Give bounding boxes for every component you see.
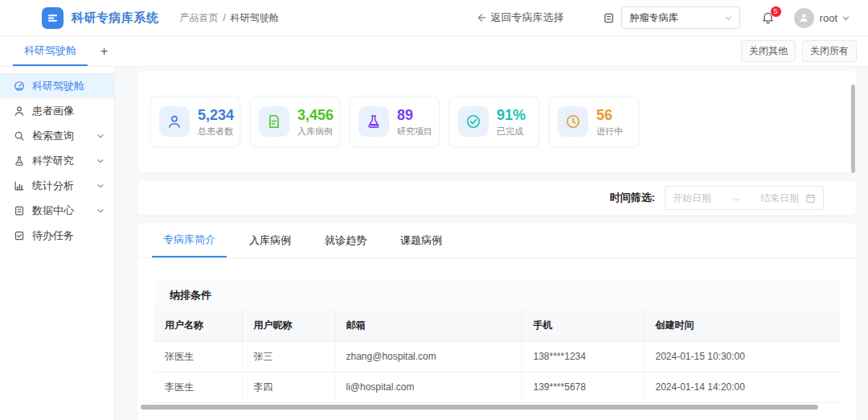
app-logo-icon xyxy=(42,7,63,29)
cell-email: zhang@hospital.com xyxy=(334,341,522,372)
column-header-username: 用户名称 xyxy=(154,311,242,341)
library-select-value: 肿瘤专病库 xyxy=(630,11,724,25)
calendar-icon xyxy=(805,193,816,204)
start-date-placeholder[interactable]: 开始日期 xyxy=(673,191,711,205)
database-icon xyxy=(14,205,25,216)
sidebar-item-data-center[interactable]: 数据中心 xyxy=(0,198,114,223)
library-select[interactable]: 肿瘤专病库 xyxy=(621,6,740,29)
stat-card-stored-cases: 3,456 入库病例 xyxy=(250,96,340,147)
cell-username: 李医生 xyxy=(154,372,242,402)
back-link-label: 返回专病库选择 xyxy=(491,10,564,25)
time-filter-label: 时间筛选: xyxy=(610,191,655,205)
stat-text: 89 研究项目 xyxy=(397,106,432,138)
library-icon xyxy=(603,12,615,24)
vertical-scrollbar[interactable] xyxy=(851,84,855,173)
app-window: 科研专病库系统 产品首页 / 科研驾驶舱 返回专病库选择 肿瘤专病库 xyxy=(0,0,868,420)
tab-stored-cases[interactable]: 入库病例 xyxy=(238,223,302,257)
column-header-nickname: 用户昵称 xyxy=(242,311,334,341)
stat-card-completed: 91% 已完成 xyxy=(449,96,539,147)
chevron-down-icon xyxy=(96,207,104,215)
stat-text: 5,234 总患者数 xyxy=(198,106,234,138)
user-menu-chevron-down-icon[interactable] xyxy=(841,14,850,23)
sidebar-item-label: 统计分析 xyxy=(32,179,89,193)
detail-panel: 专病库简介 入库病例 就诊趋势 课题病例 纳排条件 用户名称 xyxy=(137,223,856,420)
chevron-down-icon xyxy=(96,182,104,190)
stat-text: 56 进行中 xyxy=(596,106,623,138)
stat-value: 89 xyxy=(397,106,432,124)
sidebar-item-label: 患者画像 xyxy=(32,104,104,118)
tab-visit-trends[interactable]: 就诊趋势 xyxy=(313,223,378,257)
page-tabstrip: 科研驾驶舱 + 关闭其他 关闭所有 xyxy=(0,36,868,67)
criteria-section: 纳排条件 用户名称 用户昵称 邮箱 手机 创建时间 xyxy=(154,280,840,403)
stat-card-research-projects: 89 研究项目 xyxy=(350,96,440,147)
content-area: 5,234 总患者数 3,456 入库病例 xyxy=(115,67,868,420)
sidebar-item-label: 数据中心 xyxy=(32,204,89,218)
criteria-title: 纳排条件 xyxy=(154,280,840,311)
stat-text: 91% 已完成 xyxy=(497,106,526,138)
stat-value: 5,234 xyxy=(198,106,234,124)
document-icon xyxy=(259,106,289,137)
add-tab-button[interactable]: + xyxy=(88,36,121,66)
stat-text: 3,456 入库病例 xyxy=(297,106,334,138)
tab-project-cases[interactable]: 课题病例 xyxy=(389,223,453,257)
close-all-button[interactable]: 关闭所有 xyxy=(802,40,857,62)
todo-icon xyxy=(14,230,25,241)
stat-value: 56 xyxy=(596,106,623,124)
main-area: 科研驾驶舱 患者画像 检索查询 xyxy=(0,67,868,420)
top-header: 科研专病库系统 产品首页 / 科研驾驶舱 返回专病库选择 肿瘤专病库 xyxy=(0,0,868,36)
stat-value: 3,456 xyxy=(297,106,334,124)
sidebar-item-statistics[interactable]: 统计分析 xyxy=(0,173,114,198)
end-date-placeholder[interactable]: 结束日期 xyxy=(760,191,799,205)
check-circle-icon xyxy=(458,106,489,137)
chevron-down-icon xyxy=(724,14,733,23)
sidebar-item-todo-tasks[interactable]: 待办任务 xyxy=(0,223,114,248)
page-tab-dashboard[interactable]: 科研驾驶舱 xyxy=(13,36,88,66)
stat-value: 91% xyxy=(497,106,526,124)
sidebar-item-label: 科学研究 xyxy=(32,154,89,168)
sidebar-item-search-query[interactable]: 检索查询 xyxy=(0,123,114,148)
cell-nickname: 张三 xyxy=(242,341,334,372)
clock-icon xyxy=(558,106,588,137)
cell-phone: 138****1234 xyxy=(522,341,644,372)
stats-panel: 5,234 总患者数 3,456 入库病例 xyxy=(137,71,856,172)
sidebar-item-label: 检索查询 xyxy=(32,129,89,143)
table-row[interactable]: 李医生 李四 li@hospital.com 139****5678 2024-… xyxy=(154,372,840,402)
breadcrumb: 产品首页 / 科研驾驶舱 xyxy=(180,11,279,25)
time-filter-panel: 时间筛选: 开始日期 → 结束日期 xyxy=(137,181,856,215)
column-header-phone: 手机 xyxy=(522,311,644,341)
flask-icon xyxy=(14,155,25,167)
cell-created-time: 2024-01-14 14:20:00 xyxy=(644,372,840,402)
column-header-email: 邮箱 xyxy=(334,311,522,341)
user-avatar[interactable] xyxy=(794,8,814,28)
chevron-down-icon xyxy=(96,132,104,140)
username-label: root xyxy=(820,12,837,24)
criteria-table: 用户名称 用户昵称 邮箱 手机 创建时间 张医生 张三 zhan xyxy=(154,311,840,403)
search-icon xyxy=(14,130,25,142)
column-header-created-time: 创建时间 xyxy=(644,311,840,341)
user-icon xyxy=(14,105,25,117)
cell-username: 张医生 xyxy=(154,341,242,372)
breadcrumb-separator: / xyxy=(223,12,226,23)
horizontal-scrollbar[interactable] xyxy=(141,405,818,410)
back-to-library-link[interactable]: 返回专病库选择 xyxy=(475,10,564,25)
notification-badge: 5 xyxy=(770,6,782,18)
arrow-left-icon xyxy=(475,12,486,23)
user-icon xyxy=(159,106,190,137)
sidebar-item-dashboard[interactable]: 科研驾驶舱 xyxy=(0,73,114,98)
close-others-button[interactable]: 关闭其他 xyxy=(741,40,796,62)
sidebar-item-label: 待办任务 xyxy=(32,229,104,243)
table-row[interactable]: 张医生 张三 zhang@hospital.com 138****1234 20… xyxy=(154,341,840,372)
flask-icon xyxy=(358,106,389,137)
cell-phone: 139****5678 xyxy=(522,372,644,402)
cell-nickname: 李四 xyxy=(242,372,334,402)
date-range-picker[interactable]: 开始日期 → 结束日期 xyxy=(665,186,824,210)
sidebar-item-scientific-research[interactable]: 科学研究 xyxy=(0,148,114,173)
dashboard-icon xyxy=(14,80,25,92)
sidebar-item-patient-profile[interactable]: 患者画像 xyxy=(0,98,114,123)
app-title: 科研专病库系统 xyxy=(72,10,159,26)
notifications-button[interactable]: 5 xyxy=(761,11,775,25)
sidebar-item-label: 科研驾驶舱 xyxy=(32,79,104,93)
breadcrumb-root[interactable]: 产品首页 xyxy=(180,11,219,25)
tab-library-intro[interactable]: 专病库简介 xyxy=(152,223,227,257)
cell-created-time: 2024-01-15 10:30:00 xyxy=(644,341,840,372)
